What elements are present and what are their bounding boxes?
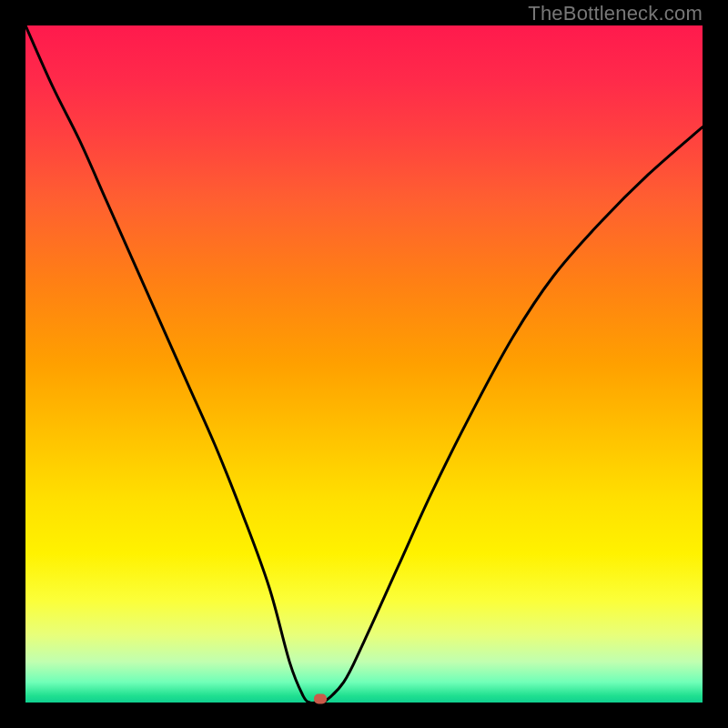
minimum-marker (314, 694, 327, 704)
bottleneck-curve (25, 25, 703, 703)
watermark-text: TheBottleneck.com (528, 2, 703, 25)
plot-area (25, 25, 703, 703)
outer-frame: TheBottleneck.com (0, 0, 728, 728)
